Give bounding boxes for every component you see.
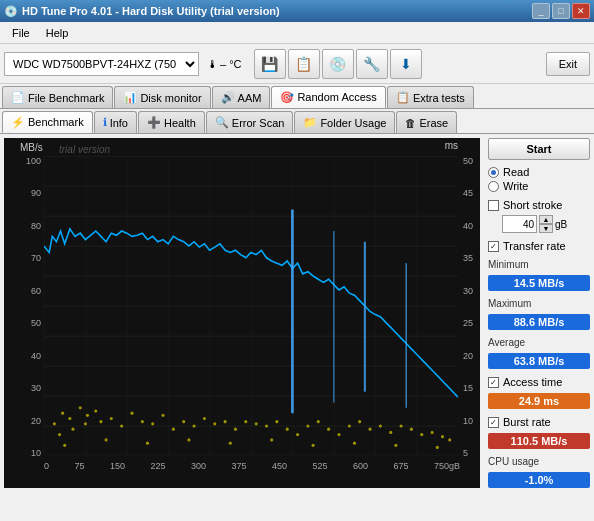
svg-point-42 xyxy=(317,420,320,423)
svg-point-51 xyxy=(410,428,413,431)
svg-point-43 xyxy=(327,428,330,431)
ms-label: ms xyxy=(445,140,458,151)
toolbar-btn-3[interactable]: 💿 xyxy=(322,49,354,79)
toolbar-btn-1[interactable]: 💾 xyxy=(254,49,286,79)
tab-benchmark[interactable]: ⚡ Benchmark xyxy=(2,111,93,133)
svg-point-46 xyxy=(358,420,361,423)
y-left-label-100: 100 xyxy=(26,156,41,166)
radio-read[interactable]: Read xyxy=(488,166,590,178)
y-right-label-50: 50 xyxy=(463,156,473,166)
svg-point-61 xyxy=(270,438,273,441)
svg-point-27 xyxy=(161,414,164,417)
y-left-label-10: 10 xyxy=(31,448,41,458)
minimize-button[interactable]: _ xyxy=(532,3,550,19)
svg-point-48 xyxy=(379,424,382,427)
trial-watermark: trial version xyxy=(59,144,110,155)
tab-disk-monitor[interactable]: 📊 Disk monitor xyxy=(114,86,210,108)
svg-point-14 xyxy=(68,417,71,420)
tab-folder-usage[interactable]: 📁 Folder Usage xyxy=(294,111,395,133)
y-right-label-45: 45 xyxy=(463,188,473,198)
tab-extra-tests[interactable]: 📋 Extra tests xyxy=(387,86,474,108)
svg-point-52 xyxy=(420,433,423,436)
radio-write[interactable]: Write xyxy=(488,180,590,192)
erase-icon: 🗑 xyxy=(405,117,416,129)
tab-erase[interactable]: 🗑 Erase xyxy=(396,111,457,133)
tabs-row1: 📄 File Benchmark 📊 Disk monitor 🔊 AAM 🎯 … xyxy=(0,84,594,109)
svg-point-63 xyxy=(353,442,356,445)
svg-point-31 xyxy=(203,417,206,420)
tab-error-scan[interactable]: 🔍 Error Scan xyxy=(206,111,294,133)
y-left-label-20: 20 xyxy=(31,416,41,426)
y-left-label-60: 60 xyxy=(31,286,41,296)
drive-selector[interactable]: WDC WD7500BPVT-24HXZ (750 gB) xyxy=(4,52,199,76)
toolbar-btn-5[interactable]: ⬇ xyxy=(390,49,422,79)
close-button[interactable]: ✕ xyxy=(572,3,590,19)
svg-point-40 xyxy=(296,433,299,436)
thermometer-icon: 🌡 xyxy=(207,58,218,70)
toolbar-btn-2[interactable]: 📋 xyxy=(288,49,320,79)
stroke-up-button[interactable]: ▲ xyxy=(539,215,553,224)
burst-rate-row[interactable]: Burst rate xyxy=(488,416,590,428)
tab-health[interactable]: ➕ Health xyxy=(138,111,205,133)
short-stroke-checkbox[interactable] xyxy=(488,200,499,211)
access-time-checkbox[interactable] xyxy=(488,377,499,388)
window-controls: _ □ ✕ xyxy=(532,3,590,19)
chart-svg xyxy=(44,156,458,456)
y-right-label-10: 10 xyxy=(463,416,473,426)
maximize-button[interactable]: □ xyxy=(552,3,570,19)
minimum-value: 14.5 MB/s xyxy=(488,275,590,291)
svg-point-23 xyxy=(120,424,123,427)
extra-tests-icon: 📋 xyxy=(396,91,410,104)
menubar: File Help xyxy=(0,22,594,44)
svg-point-45 xyxy=(348,424,351,427)
svg-point-56 xyxy=(63,444,66,447)
radio-write-label: Write xyxy=(503,180,528,192)
svg-point-24 xyxy=(130,412,133,415)
burst-rate-value: 110.5 MB/s xyxy=(488,433,590,449)
svg-point-22 xyxy=(110,417,113,420)
svg-point-49 xyxy=(389,431,392,434)
x-label-600: 600 xyxy=(353,461,368,471)
tab-aam[interactable]: 🔊 AAM xyxy=(212,86,271,108)
access-time-row[interactable]: Access time xyxy=(488,376,590,388)
file-benchmark-icon: 📄 xyxy=(11,91,25,104)
x-label-300: 300 xyxy=(191,461,206,471)
x-label-150: 150 xyxy=(110,461,125,471)
svg-point-15 xyxy=(79,406,82,409)
radio-read-dot xyxy=(488,167,499,178)
menu-help[interactable]: Help xyxy=(38,25,77,41)
temperature-display: 🌡 – °C xyxy=(207,58,242,70)
x-label-525: 525 xyxy=(312,461,327,471)
burst-rate-checkbox[interactable] xyxy=(488,417,499,428)
tab-random-access[interactable]: 🎯 Random Access xyxy=(271,86,385,108)
folder-usage-icon: 📁 xyxy=(303,116,317,129)
exit-button[interactable]: Exit xyxy=(546,52,590,76)
tabs-row2: ⚡ Benchmark ℹ Info ➕ Health 🔍 Error Scan… xyxy=(0,109,594,134)
svg-point-13 xyxy=(61,412,64,415)
x-label-75: 75 xyxy=(74,461,84,471)
menu-file[interactable]: File xyxy=(4,25,38,41)
stroke-value-input[interactable] xyxy=(502,215,537,233)
y-right-label-40: 40 xyxy=(463,221,473,231)
svg-point-28 xyxy=(172,428,175,431)
short-stroke-row[interactable]: Short stroke xyxy=(488,199,590,211)
tab-info[interactable]: ℹ Info xyxy=(94,111,137,133)
x-label-675: 675 xyxy=(393,461,408,471)
svg-point-38 xyxy=(275,420,278,423)
transfer-rate-checkbox[interactable] xyxy=(488,241,499,252)
stroke-spinner-buttons: ▲ ▼ xyxy=(539,215,553,233)
x-label-0: 0 xyxy=(44,461,49,471)
tab-file-benchmark[interactable]: 📄 File Benchmark xyxy=(2,86,113,108)
svg-point-30 xyxy=(193,424,196,427)
start-button[interactable]: Start xyxy=(488,138,590,160)
maximum-label: Maximum xyxy=(488,298,590,309)
y-right-label-25: 25 xyxy=(463,318,473,328)
y-right-label-5: 5 xyxy=(463,448,468,458)
health-icon: ➕ xyxy=(147,116,161,129)
svg-point-53 xyxy=(431,431,434,434)
toolbar-btn-4[interactable]: 🔧 xyxy=(356,49,388,79)
aam-icon: 🔊 xyxy=(221,91,235,104)
transfer-rate-row[interactable]: Transfer rate xyxy=(488,240,590,252)
svg-point-50 xyxy=(400,424,403,427)
stroke-down-button[interactable]: ▼ xyxy=(539,224,553,233)
